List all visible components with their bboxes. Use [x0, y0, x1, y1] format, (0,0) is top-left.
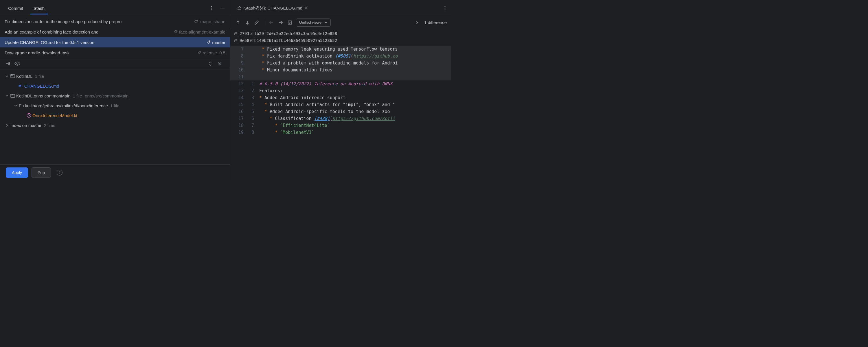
path-hint: onnx/src/commonMain [85, 93, 128, 98]
stash-list: Fix dimensions order in the image shape … [0, 16, 230, 58]
svg-point-7 [199, 52, 200, 52]
help-icon[interactable]: ? [57, 170, 62, 176]
chevron-down-icon [5, 94, 9, 97]
code-line[interactable]: 165 * Added Android-specific models to t… [230, 108, 452, 115]
file-name: OnnxInferenceModel.kt [32, 113, 77, 118]
file-count: 2 files [44, 123, 55, 128]
svg-point-8 [17, 63, 18, 64]
code-line[interactable]: 10 * Minor documentation fixes [230, 66, 452, 73]
file-name: CHANGELOG.md [24, 84, 59, 89]
tab-commit[interactable]: Commit [5, 2, 27, 14]
svg-rect-18 [235, 33, 237, 35]
close-icon[interactable] [305, 6, 308, 9]
code-line[interactable]: 11 [230, 73, 452, 81]
vcs-stash-panel: Commit Stash Fix dimensions order in the… [0, 0, 230, 181]
branch-tag: face-alignment-example [174, 30, 225, 34]
markdown-icon: M↓ [19, 84, 23, 88]
chevron-right-icon [5, 124, 9, 127]
tree-file-onnxmodel[interactable]: OnnxInferenceModel.kt [0, 111, 230, 120]
branch-tag: release_0.5 [197, 50, 225, 55]
stash-tab-icon [237, 6, 242, 10]
svg-point-1 [211, 7, 212, 8]
hash-row: 9e589fb149b261a5fbc4668645950927a5123652 [234, 37, 448, 44]
code-line[interactable]: 7 * Fixed memory leak ensuring used Tens… [230, 46, 452, 53]
code-line[interactable]: 9 * Fixed a problem with downloading mod… [230, 60, 452, 66]
svg-point-6 [209, 41, 210, 42]
code-line[interactable]: 198 * `MobilenetV1` [230, 129, 452, 136]
goto-source-icon[interactable] [5, 60, 11, 67]
tab-stash[interactable]: Stash [30, 2, 48, 14]
forward-icon[interactable] [277, 20, 284, 26]
file-count: 1 file [110, 103, 120, 108]
svg-rect-3 [220, 8, 224, 8]
editor-tab-title: Stash@{4}: CHANGELOG.md [244, 5, 302, 10]
collapse-all-icon[interactable] [216, 60, 223, 67]
preview-icon[interactable] [14, 60, 21, 67]
svg-point-13 [27, 113, 31, 117]
tree-label: KotlinDL.onnx.commonMain [16, 93, 71, 98]
chevron-right-icon[interactable] [414, 20, 420, 26]
file-tree: KotlinDL 1 file M↓ CHANGELOG.md KotlinDL… [0, 69, 230, 164]
tree-folder-inference[interactable]: kotlin/org/jetbrains/kotlinx/dl/onnx/inf… [0, 101, 230, 111]
module-icon [10, 93, 15, 98]
more-icon[interactable] [209, 5, 214, 11]
pop-button[interactable]: Pop [32, 167, 51, 178]
prev-diff-icon[interactable] [235, 20, 241, 26]
tree-folder-onnx[interactable]: KotlinDL.onnx.commonMain 1 file onnx/src… [0, 91, 230, 101]
stash-message: Add an example of combining face detecti… [5, 30, 174, 34]
file-count: 1 file [35, 74, 44, 78]
expand-collapse-icon[interactable] [207, 60, 214, 67]
svg-rect-10 [11, 74, 12, 75]
stash-message: Fix dimensions order in the image shape … [5, 19, 194, 24]
diff-count: 1 difference [424, 20, 447, 25]
svg-rect-12 [11, 94, 12, 95]
tree-label: Index on master [10, 123, 42, 128]
branch-tag: master [207, 40, 225, 45]
editor-tabbar: Stash@{4}: CHANGELOG.md [230, 0, 452, 16]
tree-folder-index[interactable]: Index on master 2 files [0, 120, 230, 130]
edit-icon[interactable] [253, 20, 260, 26]
back-icon[interactable] [268, 20, 275, 26]
viewer-mode-select[interactable]: Unified viewer [296, 19, 331, 27]
code-line[interactable]: 8 * Fix HardShrink activation [#505](htt… [230, 53, 452, 60]
stash-message: Downgrade gradle-download-task [5, 50, 197, 55]
svg-rect-11 [11, 94, 15, 97]
code-line[interactable]: 176 * Classification [#438](https://gith… [230, 115, 452, 122]
stash-row-selected[interactable]: Update CHANGELOG.md for the 0.5.1 versio… [0, 37, 230, 48]
svg-point-15 [445, 7, 445, 8]
svg-point-5 [176, 31, 177, 32]
tag-icon [174, 30, 178, 34]
next-diff-icon[interactable] [244, 20, 251, 26]
branch-tag: image_shape [194, 19, 225, 24]
diff-toolbar: Unified viewer 1 difference [230, 16, 452, 29]
code-line[interactable]: 187 * `EfficientNet4Lite` [230, 122, 452, 129]
more-icon[interactable] [442, 5, 448, 11]
code-line[interactable]: 121# 0.5.0 (14/12/2022) Inference on And… [230, 81, 452, 87]
vcs-tabs: Commit Stash [0, 0, 230, 16]
stash-message: Update CHANGELOG.md for the 0.5.1 versio… [5, 40, 207, 45]
folder-icon [19, 103, 24, 108]
list-icon[interactable] [287, 20, 293, 26]
stash-row[interactable]: Add an example of combining face detecti… [0, 27, 230, 37]
svg-point-14 [445, 6, 445, 7]
code-line[interactable]: 143* Added Android inference support [230, 94, 452, 101]
tag-icon [197, 51, 202, 55]
svg-point-0 [211, 6, 212, 7]
tree-label: KotlinDL [16, 74, 33, 78]
code-line[interactable]: 132Features: [230, 87, 452, 94]
editor-tab[interactable]: Stash@{4}: CHANGELOG.md [234, 2, 311, 14]
kotlin-class-icon [27, 113, 31, 118]
tree-folder-kotlindl[interactable]: KotlinDL 1 file [0, 71, 230, 81]
stash-row[interactable]: Fix dimensions order in the image shape … [0, 16, 230, 27]
tree-file-changelog[interactable]: M↓ CHANGELOG.md [0, 81, 230, 91]
code-line[interactable]: 154 * Built Android artifacts for "impl"… [230, 101, 452, 108]
chevron-down-icon [324, 22, 328, 24]
apply-button[interactable]: Apply [6, 167, 28, 178]
chevron-down-icon [5, 74, 9, 77]
stash-row[interactable]: Downgrade gradle-download-task release_0… [0, 48, 230, 58]
minimize-icon[interactable] [220, 5, 225, 11]
diff-code-view[interactable]: 7 * Fixed memory leak ensuring used Tens… [230, 46, 452, 181]
svg-point-4 [196, 21, 197, 21]
hash-row: 2793bffb29f2d0c2e22edc693c3ac95d4ef2e858 [234, 30, 448, 37]
file-count: 1 file [73, 93, 82, 98]
